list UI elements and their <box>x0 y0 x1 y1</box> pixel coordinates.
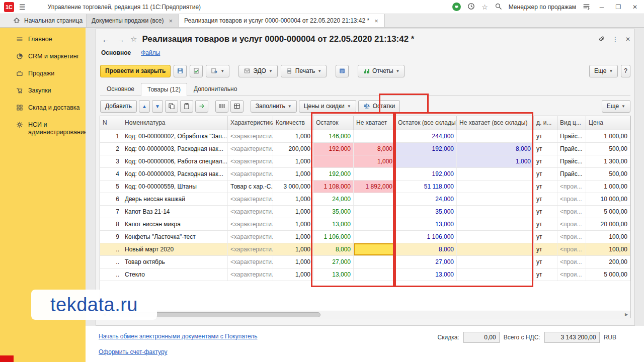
cell-stock_all[interactable]: 51 118,000 <box>395 180 457 193</box>
cell-price[interactable]: 500,00 <box>586 168 630 180</box>
cell-n[interactable]: 9 <box>100 231 122 243</box>
cell-stock[interactable]: 24,000 <box>313 193 354 205</box>
cell-name[interactable]: Капот ниссан микра <box>122 218 228 230</box>
sidebar-item-crm[interactable]: CRM и маркетинг <box>0 49 86 66</box>
column-header[interactable]: Не хватает (все склады) <box>457 116 534 130</box>
move-down-button[interactable]: ▼ <box>152 100 163 113</box>
cell-stock_all[interactable]: 244,000 <box>395 130 457 142</box>
list-settings-button[interactable] <box>230 100 244 113</box>
tab-close-icon[interactable]: × <box>373 17 379 25</box>
cell-stock_all[interactable]: 13,000 <box>395 218 457 230</box>
table-row[interactable]: 6Дверь ниссан кашкай<характеристи...1,00… <box>100 193 630 206</box>
cell-stock_all[interactable]: 24,000 <box>395 193 457 205</box>
cell-stock[interactable]: 35,000 <box>313 206 354 218</box>
cell-n[interactable]: .. <box>100 256 122 268</box>
scroll-right-icon[interactable]: ▶ <box>622 312 630 317</box>
cell-stock_all[interactable]: 13,000 <box>395 268 457 281</box>
table-row[interactable]: 5Код: 00-00000559, ШтаныТовар с хар.-С..… <box>100 180 630 193</box>
table-row[interactable]: ..Новый март 2020<характеристи...1,0008,… <box>100 243 630 256</box>
cell-stock_all[interactable]: 1 106,000 <box>395 231 457 243</box>
cell-price_type[interactable]: Прайс... <box>557 155 586 167</box>
cell-qty[interactable]: 1,000 <box>273 256 313 268</box>
cell-n[interactable]: 8 <box>100 218 122 230</box>
cell-price_type[interactable]: <прои... <box>557 218 586 230</box>
table-row[interactable]: 3Код: 00-00000006, Работа специал...<хар… <box>100 155 630 168</box>
link-icon[interactable] <box>598 35 605 44</box>
column-header[interactable]: Остаток (все склады) <box>395 116 457 130</box>
form-tab-1[interactable]: Основное <box>100 82 141 96</box>
discount-field[interactable]: 0,00 <box>463 332 500 343</box>
table-row[interactable]: ..Стекло<характеристи...1,00013,00013,00… <box>100 268 630 281</box>
cell-price_type[interactable]: <прои... <box>557 268 586 281</box>
cell-qty[interactable]: 1,000 <box>273 218 313 230</box>
restore-button[interactable]: ❐ <box>613 4 623 11</box>
cell-qty[interactable]: 1,000 <box>273 243 313 255</box>
cell-stock[interactable]: 13,000 <box>313 268 354 281</box>
cell-price[interactable]: 20 000,00 <box>586 218 630 230</box>
cell-price_type[interactable]: Прайс... <box>557 168 586 180</box>
cell-price_type[interactable]: <прои... <box>557 243 586 255</box>
more-actions-icon[interactable]: ⋮ <box>612 36 618 43</box>
cell-price[interactable]: 5 000,00 <box>586 268 630 281</box>
share-button[interactable] <box>195 100 208 113</box>
cell-n[interactable]: 1 <box>100 130 122 142</box>
cell-short[interactable] <box>354 168 395 180</box>
cell-name[interactable]: Код: 00-00000559, Штаны <box>122 180 228 193</box>
barcode-scanner-button[interactable] <box>215 100 228 113</box>
sidebar-item-nsi[interactable]: НСИ и администрирование <box>0 117 86 140</box>
back-button[interactable]: ← <box>100 34 111 45</box>
cell-short[interactable] <box>354 206 395 218</box>
cell-unit[interactable]: ут <box>534 155 557 167</box>
cell-short_all[interactable]: 8,000 <box>457 143 534 155</box>
edo-button[interactable]: ЭДО ▼ <box>238 65 278 77</box>
cell-stock[interactable]: 146,000 <box>313 130 354 142</box>
post-document-button[interactable] <box>190 65 203 77</box>
cell-qty[interactable]: 200,000 <box>273 143 313 155</box>
reports-button[interactable]: Отчеты ▼ <box>358 65 405 77</box>
cell-name[interactable]: Товар октябрь <box>122 256 228 268</box>
cell-short_all[interactable] <box>457 243 534 255</box>
favorite-star-icon[interactable]: ☆ <box>130 35 137 44</box>
cell-price_type[interactable]: <прои... <box>557 180 586 193</box>
more-button[interactable]: Еще ▼ <box>589 65 618 77</box>
cell-stock[interactable]: 27,000 <box>313 256 354 268</box>
cell-stock_all[interactable]: 192,000 <box>395 168 457 180</box>
cell-short_all[interactable] <box>457 193 534 205</box>
create-based-on-button[interactable]: ▼ <box>206 65 229 77</box>
cell-name[interactable]: Конфеты "Ласточка"-тест <box>122 231 228 243</box>
sidebar-item-sales[interactable]: Продажи <box>0 66 86 83</box>
cell-price[interactable]: 1 300,00 <box>586 155 630 167</box>
cell-short[interactable] <box>354 268 395 281</box>
cell-price[interactable]: 1 000,00 <box>586 180 630 193</box>
cell-char[interactable]: <характеристи... <box>228 193 273 205</box>
nav-item-main[interactable]: Основное <box>101 49 131 56</box>
cell-unit[interactable]: ут <box>534 168 557 180</box>
cell-n[interactable]: 2 <box>100 143 122 155</box>
cell-n[interactable]: 5 <box>100 180 122 193</box>
cell-short[interactable] <box>354 193 395 205</box>
table-row[interactable]: 8Капот ниссан микра<характеристи...1,000… <box>100 218 630 231</box>
cell-price_type[interactable]: <прои... <box>557 256 586 268</box>
column-header[interactable]: Не хватает <box>354 116 395 130</box>
current-user[interactable]: Менеджер по продажам <box>509 4 576 11</box>
cell-n[interactable]: 7 <box>100 206 122 218</box>
cell-n[interactable]: 4 <box>100 168 122 180</box>
cell-unit[interactable]: ут <box>534 143 557 155</box>
cell-unit[interactable]: ут <box>534 243 557 255</box>
cell-short_all[interactable] <box>457 231 534 243</box>
stock-button[interactable]: Остатки <box>358 100 400 113</box>
cell-price_type[interactable]: <прои... <box>557 231 586 243</box>
cell-char[interactable]: <характеристи... <box>228 218 273 230</box>
cell-price[interactable]: 200,00 <box>586 256 630 268</box>
cell-n[interactable]: .. <box>100 268 122 281</box>
cell-n[interactable]: 6 <box>100 193 122 205</box>
cell-name[interactable]: Код: 00-00000003, Расходная нак... <box>122 168 228 180</box>
cell-qty[interactable]: 1,000 <box>273 206 313 218</box>
paste-row-button[interactable] <box>180 100 193 113</box>
sidebar-item-warehouse[interactable]: Склад и доставка <box>0 100 86 117</box>
cell-unit[interactable]: ут <box>534 193 557 205</box>
cell-short_all[interactable] <box>457 180 534 193</box>
post-and-close-button[interactable]: Провести и закрыть <box>100 65 171 77</box>
cell-name[interactable]: Код: 00-00000002, Обработка "Зап... <box>122 130 228 142</box>
tab-close-icon[interactable]: × <box>168 17 174 25</box>
